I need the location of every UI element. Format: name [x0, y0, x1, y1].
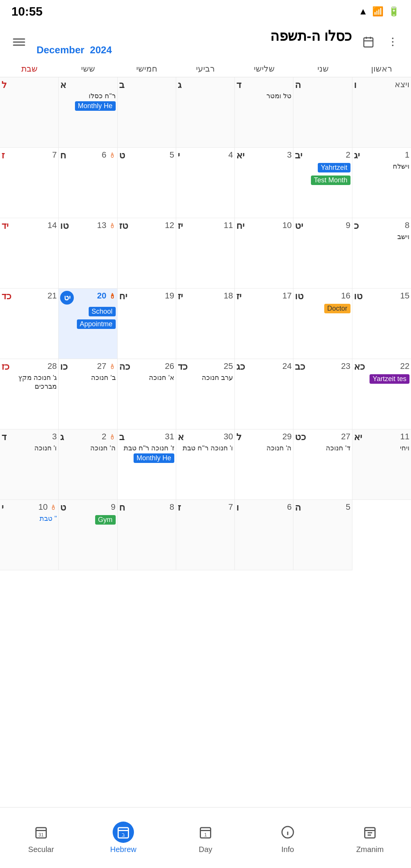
title-hebrew: כסלו ה-תשפה	[37, 28, 352, 44]
greg-date: 28	[48, 361, 57, 371]
cal-cell-dec12[interactable]: טז 12	[118, 218, 176, 289]
hebrew-date: טו	[354, 291, 363, 302]
cal-cell-dec3[interactable]: יא 3	[235, 148, 293, 218]
cal-cell-nov26[interactable]: ד טל ומטר	[235, 77, 293, 148]
holiday-text: ב' חנוכה	[60, 373, 115, 382]
title-month: December	[37, 44, 84, 56]
greg-date: 5	[170, 150, 174, 160]
event-badge[interactable]: Monthly He	[75, 101, 116, 111]
cal-cell-dec8[interactable]: כ 8 וישב	[352, 218, 411, 289]
doctor-event[interactable]: Doctor	[324, 304, 350, 313]
cal-cell-dec24[interactable]: כג 24	[235, 359, 293, 429]
cal-cell-dec31[interactable]: ב 31 ז' חנוכה ר"ח טבת Monthly He	[118, 429, 176, 500]
cal-cell-dec15[interactable]: טו 15	[352, 289, 411, 359]
monthly-event[interactable]: Monthly He	[134, 453, 174, 463]
hebrew-date: יג	[354, 150, 360, 161]
school-event[interactable]: School	[89, 307, 116, 316]
cal-cell-dec9[interactable]: יט 9	[293, 218, 352, 289]
cell-content: ז' חנוכה ר"ח טבת Monthly He	[119, 444, 174, 465]
cal-cell-nov25[interactable]: ה	[293, 77, 352, 148]
nav-secular[interactable]: 31 Secular	[0, 817, 82, 858]
title-year: 2024	[90, 44, 112, 56]
cal-cell-dec10[interactable]: יח 10	[235, 218, 293, 289]
cell-content: ערב חנוכה	[178, 373, 233, 382]
cal-cell-dec18[interactable]: יז 18	[176, 289, 235, 359]
holiday-text: " טבת	[2, 514, 57, 523]
cal-cell-dec23[interactable]: כב 23	[293, 359, 352, 429]
holiday-text: ג' חנוכה מקץ מברכים	[2, 373, 57, 391]
hebrew-date: יז	[178, 220, 183, 231]
holiday-text: א' חנוכה	[119, 373, 174, 382]
cal-cell-jan9[interactable]: ט 9 Gym	[59, 500, 117, 570]
cal-cell-dec29[interactable]: ל 29 ה' חנוכה	[235, 429, 293, 500]
testmonth-event[interactable]: Test Month	[311, 176, 350, 185]
cal-cell-dec25[interactable]: כד 25 ערב חנוכה	[176, 359, 235, 429]
cal-cell-dec4[interactable]: י 4	[176, 148, 235, 218]
cal-cell-jan11[interactable]: יא 11 ויחי	[352, 429, 411, 500]
cal-cell-dec20[interactable]: יט 20 🕯 School Appointme	[59, 289, 117, 359]
nav-hebrew[interactable]: ב Hebrew	[82, 817, 164, 858]
holiday-text: ה' חנוכה	[60, 444, 115, 453]
menu-button[interactable]	[8, 30, 30, 53]
more-options-button[interactable]	[382, 31, 403, 53]
cal-cell-dec28[interactable]: כז 28 ג' חנוכה מקץ מברכים	[0, 359, 59, 429]
cell-content: Yartzeit tes	[354, 373, 409, 386]
cal-cell-jan10[interactable]: י 10 🕯 " טבת	[0, 500, 59, 570]
yartzeit-event[interactable]: Yartzeit tes	[370, 374, 409, 384]
cal-cell-dec27b[interactable]: כט 27 ד' חנוכה	[293, 429, 352, 500]
cal-cell-dec11[interactable]: יז 11	[176, 218, 235, 289]
hebrew-date: ה	[295, 502, 301, 513]
cal-cell-dec6[interactable]: ח 6 🕯	[59, 148, 117, 218]
dow-chamishi: חמישי	[118, 61, 176, 77]
calendar-icon-button[interactable]	[358, 31, 379, 53]
cal-cell-dec27[interactable]: כו 27 🕯 ב' חנוכה	[59, 359, 117, 429]
greg-date: 11	[400, 432, 409, 442]
hebrew-date: ו	[354, 80, 357, 90]
hebrew-date: ט	[119, 150, 125, 161]
cal-cell-dec2[interactable]: יב 2 Yahrtzeit Test Month	[293, 148, 352, 218]
cal-cell-dec22[interactable]: כא 22 Yartzeit tes	[352, 359, 411, 429]
cal-cell-nov29[interactable]: א ר"ח כסלו Monthly He	[59, 77, 117, 148]
greg-date: 20 🕯	[97, 291, 116, 301]
cal-cell-nov30[interactable]: ל	[0, 77, 59, 148]
cal-cell-dec21[interactable]: כד 21	[0, 289, 59, 359]
greg-date: 18	[224, 291, 233, 301]
cal-cell-dec17[interactable]: יז 17	[235, 289, 293, 359]
cal-cell-nov24[interactable]: ו ויצא	[352, 77, 411, 148]
cal-cell-dec14[interactable]: יד 14	[0, 218, 59, 289]
cal-cell-dec30[interactable]: א 30 ו' חנוכה ר"ח טבת	[176, 429, 235, 500]
cal-cell-dec5[interactable]: ט 5	[118, 148, 176, 218]
cal-cell-nov27[interactable]: ג	[176, 77, 235, 148]
hebrew-date: יז	[236, 291, 241, 302]
nav-day[interactable]: 1 Day	[164, 817, 247, 858]
cal-cell-jan5[interactable]: ה 5	[293, 500, 352, 570]
hebrew-icon: ב	[113, 822, 134, 843]
cal-cell-dec13[interactable]: טו 13 🕯	[59, 218, 117, 289]
appointment-event[interactable]: Appointme	[77, 319, 116, 329]
cal-cell-jan3[interactable]: ד 3 ו' חנוכה	[0, 429, 59, 500]
greg-date: 7	[228, 502, 233, 512]
cal-cell-dec1[interactable]: יג 1 וישלח	[352, 148, 411, 218]
header: כסלו ה-תשפה December 2024	[0, 23, 411, 61]
cal-cell-jan2[interactable]: ג 2 🕯 ה' חנוכה	[59, 429, 117, 500]
hebrew-date: יז	[178, 291, 183, 302]
cal-cell-jan7[interactable]: ז 7	[176, 500, 235, 570]
cal-cell-dec7[interactable]: ז 7	[0, 148, 59, 218]
cal-cell-dec19[interactable]: יח 19	[118, 289, 176, 359]
cell-content: וישלח	[354, 162, 409, 171]
hebrew-date: ז	[2, 150, 5, 161]
cal-cell-jan6[interactable]: ו 6	[235, 500, 293, 570]
greg-date: 4	[228, 150, 233, 160]
yahrtzeit-event[interactable]: Yahrtzeit	[318, 163, 350, 172]
gym-event[interactable]: Gym	[95, 515, 116, 525]
cal-cell-nov28[interactable]: ב	[118, 77, 176, 148]
cal-cell-dec26[interactable]: כה 26 א' חנוכה	[118, 359, 176, 429]
nav-zmanim[interactable]: Zmanim	[329, 817, 411, 858]
cal-cell-jan8[interactable]: ח 8	[118, 500, 176, 570]
hebrew-date: ה	[295, 80, 301, 90]
nav-info[interactable]: Info	[247, 817, 329, 858]
dow-shabbat: שבת	[0, 61, 59, 77]
cal-cell-dec16[interactable]: טו 16 Doctor	[293, 289, 352, 359]
greg-date: 11	[224, 220, 233, 230]
hebrew-date: ל	[2, 80, 7, 90]
